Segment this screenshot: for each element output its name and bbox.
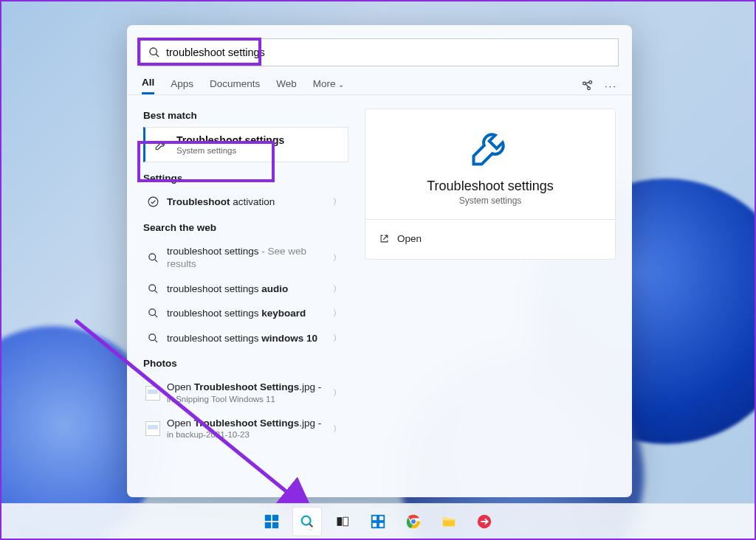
taskbar-search-button[interactable] — [292, 507, 322, 536]
svg-line-9 — [154, 290, 157, 293]
more-options-button[interactable]: ··· — [605, 80, 617, 91]
svg-line-1 — [156, 54, 159, 57]
folder-icon — [441, 513, 457, 530]
web-result-item[interactable]: troubleshoot settings - See web results … — [143, 239, 348, 277]
windows-icon — [264, 513, 280, 530]
svg-rect-16 — [272, 514, 278, 520]
search-icon — [299, 513, 315, 530]
open-action[interactable]: Open — [379, 230, 602, 247]
web-result-item[interactable]: troubleshoot settings audio 〉 — [143, 277, 348, 302]
chevron-right-icon: 〉 — [333, 333, 346, 344]
section-settings: Settings — [143, 173, 348, 184]
svg-rect-23 — [372, 515, 377, 520]
tab-documents[interactable]: Documents — [210, 78, 260, 94]
results-column: Best match Troubleshoot settings System … — [127, 95, 348, 497]
svg-point-12 — [148, 334, 155, 341]
share-across-devices-button[interactable] — [581, 79, 594, 92]
image-file-icon — [143, 421, 162, 436]
task-view-icon — [335, 514, 350, 529]
taskbar-app-chrome[interactable] — [399, 507, 428, 536]
best-match-subtitle: System settings — [176, 146, 284, 155]
svg-line-20 — [309, 524, 312, 527]
check-circle-icon — [143, 195, 162, 208]
chrome-icon — [405, 513, 422, 530]
chevron-right-icon: 〉 — [333, 283, 346, 294]
svg-point-4 — [587, 87, 590, 90]
chevron-down-icon: ⌄ — [338, 80, 344, 89]
chevron-right-icon: 〉 — [333, 252, 346, 263]
svg-rect-21 — [337, 517, 343, 526]
best-match-item[interactable]: Troubleshoot settings System settings — [143, 127, 348, 162]
section-best-match: Best match — [143, 110, 348, 121]
search-input[interactable] — [166, 46, 611, 58]
widgets-icon — [370, 513, 386, 530]
search-bar[interactable] — [140, 38, 619, 66]
web-result-item[interactable]: troubleshoot settings keyboard 〉 — [143, 301, 348, 326]
wrench-icon — [153, 138, 169, 151]
tab-more[interactable]: More ⌄ — [313, 78, 345, 94]
search-icon — [143, 308, 162, 319]
chevron-right-icon: 〉 — [333, 196, 346, 207]
svg-point-10 — [148, 309, 155, 316]
taskbar-app-generic[interactable] — [470, 507, 499, 536]
tab-web[interactable]: Web — [276, 78, 297, 94]
search-icon — [143, 333, 162, 344]
svg-point-19 — [302, 516, 311, 525]
taskbar-app-explorer[interactable] — [434, 507, 464, 536]
chevron-right-icon: 〉 — [333, 308, 346, 319]
preview-subtitle: System settings — [379, 195, 602, 206]
preview-column: Troubleshoot settings System settings Op… — [348, 95, 632, 497]
app-icon — [476, 513, 492, 530]
filter-tabs: All Apps Documents Web More ⌄ ··· — [127, 66, 632, 94]
photo-result-item[interactable]: Open Troubleshoot Settings.jpg - in Snip… — [143, 375, 348, 410]
svg-point-0 — [150, 48, 157, 55]
svg-line-13 — [154, 339, 157, 342]
search-icon — [143, 252, 162, 263]
svg-point-5 — [148, 197, 158, 207]
start-button[interactable] — [257, 507, 286, 536]
svg-rect-15 — [265, 514, 271, 520]
wrench-icon — [379, 125, 602, 170]
tab-all[interactable]: All — [142, 77, 154, 94]
chevron-right-icon: 〉 — [333, 423, 346, 435]
best-match-title: Troubleshoot settings — [176, 134, 284, 146]
preview-title: Troubleshoot settings — [379, 179, 602, 194]
svg-line-7 — [154, 259, 157, 262]
svg-point-6 — [148, 253, 155, 260]
svg-rect-25 — [372, 522, 377, 527]
open-external-icon — [379, 233, 390, 244]
taskbar — [1, 503, 755, 539]
svg-rect-26 — [379, 522, 384, 527]
widgets-button[interactable] — [363, 507, 393, 536]
svg-rect-24 — [379, 515, 384, 520]
svg-rect-17 — [265, 522, 271, 527]
svg-line-11 — [154, 315, 157, 318]
svg-point-8 — [148, 285, 155, 291]
svg-rect-22 — [343, 517, 348, 526]
search-icon — [148, 46, 160, 58]
start-search-panel: All Apps Documents Web More ⌄ ··· Best m… — [127, 25, 632, 497]
section-photos: Photos — [143, 358, 348, 369]
section-search-web: Search the web — [143, 222, 348, 233]
tab-apps[interactable]: Apps — [171, 78, 193, 94]
chevron-right-icon: 〉 — [333, 387, 346, 398]
svg-rect-18 — [272, 522, 278, 527]
image-file-icon — [143, 386, 162, 401]
task-view-button[interactable] — [328, 507, 357, 536]
search-icon — [143, 283, 162, 294]
photo-result-item[interactable]: Open Troubleshoot Settings.jpg - in back… — [143, 411, 348, 446]
preview-card: Troubleshoot settings System settings Op… — [365, 108, 616, 260]
svg-point-3 — [589, 81, 592, 84]
web-result-item[interactable]: troubleshoot settings windows 10 〉 — [143, 326, 348, 351]
settings-result-item[interactable]: Troubleshoot activation 〉 — [143, 190, 348, 215]
